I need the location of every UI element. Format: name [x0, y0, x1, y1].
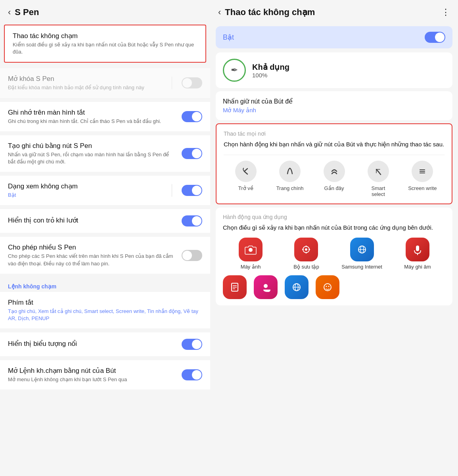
hold-button-section[interactable]: Nhấn giữ nút của Bút để Mở Máy ảnh: [216, 91, 452, 120]
pointer-text: Hiển thị con trỏ khi lướt: [8, 216, 177, 226]
right-header-title: Thao tác không chạm: [225, 7, 315, 17]
gesture-recent-label: Gần đây: [324, 185, 344, 191]
multi-pen-subtitle: Cho phép các S Pen khác viết trên màn hì…: [8, 253, 177, 267]
shortcuts-title: Phím tắt: [8, 298, 202, 307]
air-view-divider: [172, 184, 172, 197]
gesture-description: Chọn hành động khi bạn nhấn và giữ nút c…: [224, 140, 445, 149]
hold-label: Nhấn giữ nút của Bút để: [223, 98, 445, 105]
air-view-title: Dạng xem không chạm: [8, 182, 172, 190]
main-toggle-section[interactable]: Bật: [216, 26, 452, 48]
open-menu-item[interactable]: Mở Lệnh kh.chạm bằng nút của Bút Mở menu…: [0, 360, 210, 390]
unlock-title: Mở khóa S Pen: [8, 75, 172, 83]
right-more-button[interactable]: ⋮: [441, 7, 450, 17]
air-view-item[interactable]: Dạng xem không chạm Bật: [0, 176, 210, 205]
section-header-air-command: Lệnh không chạm: [0, 278, 210, 292]
create-note-text: Tạo ghi chú bằng nút S Pen Nhấn và giữ n…: [8, 142, 177, 165]
gesture-section: Thao tác mọi nơi Chọn hành động khi bạn …: [216, 123, 452, 204]
gallery-label: Bộ sưu tập: [293, 264, 319, 270]
air-actions-subtitle: Kiểm soát điều gì sẽ xảy ra khi bạn nhấn…: [13, 41, 197, 56]
right-panel: ‹ Thao tác không chạm ⋮ Bật ✒ Khả dụng 1…: [210, 0, 458, 476]
apps-row-2: [223, 275, 445, 299]
gesture-recent-icon: [324, 161, 345, 182]
recorder-label: Máy ghi âm: [404, 264, 431, 270]
pointer-toggle[interactable]: [182, 215, 202, 226]
main-toggle[interactable]: [425, 32, 445, 43]
show-icon-item[interactable]: Hiển thị biểu tượng nổi: [0, 332, 210, 356]
shortcuts-item[interactable]: Phím tắt Tạo ghi chú, Xem tắt cả ghi chú…: [0, 292, 210, 328]
gesture-home[interactable]: Trang chính: [268, 161, 312, 191]
pen-info: Khả dụng 100%: [252, 62, 289, 79]
screen-off-memo-toggle[interactable]: [182, 111, 202, 122]
left-header-title: S Pen: [15, 7, 39, 17]
app-browser2[interactable]: [285, 275, 309, 299]
pen-status-section: ✒ Khả dụng 100%: [216, 52, 452, 88]
gesture-screen-write[interactable]: Screen write: [401, 161, 445, 191]
app-gallery[interactable]: Bộ sưu tập: [278, 238, 334, 270]
multi-pen-item[interactable]: Cho phép nhiều S Pen Cho phép các S Pen …: [0, 237, 210, 273]
gesture-home-label: Trang chính: [276, 185, 304, 191]
unlock-divider: [172, 77, 172, 89]
gesture-smart-select[interactable]: Smartselect: [356, 161, 400, 197]
svg-point-19: [264, 284, 268, 288]
pen-icon-circle: ✒: [223, 59, 246, 82]
create-note-item[interactable]: Tạo ghi chú bằng nút S Pen Nhấn và giữ n…: [0, 135, 210, 172]
svg-point-5: [305, 248, 307, 251]
create-note-toggle[interactable]: [182, 148, 202, 159]
gesture-divider: [224, 155, 445, 155]
unlock-item: Mở khóa S Pen Đặt kiểu khóa màn hình bảo…: [0, 68, 210, 98]
app-face2[interactable]: [316, 275, 339, 299]
svg-point-24: [326, 286, 327, 287]
camera-icon: [239, 238, 263, 261]
multi-pen-toggle[interactable]: [182, 250, 202, 261]
create-note-subtitle: Nhấn và giữ nút S Pen, rồi chạm vào màn …: [8, 151, 177, 165]
show-icon-toggle[interactable]: [182, 339, 202, 350]
screen-off-memo-title: Ghi nhớ trên màn hình tắt: [8, 108, 177, 117]
app-bixby2[interactable]: [254, 275, 278, 299]
shortcuts-subtitle: Tạo ghi chú, Xem tắt cả ghi chú, Smart s…: [8, 308, 202, 322]
air-actions-item[interactable]: Thao tác không chạm Kiểm soát điều gì sẽ…: [4, 25, 206, 63]
pen-status-subtitle: 100%: [252, 72, 289, 79]
air-actions-title: Thao tác không chạm: [13, 32, 197, 40]
svg-point-3: [249, 248, 253, 252]
bixby2-icon: [254, 275, 278, 299]
air-view-toggle[interactable]: [182, 185, 202, 196]
apps-row-1: Máy ảnh Bộ sưu tập: [223, 238, 445, 270]
pointer-title: Hiển thị con trỏ khi lướt: [8, 216, 177, 225]
pen-icon: ✒: [231, 65, 238, 75]
svg-rect-13: [416, 246, 419, 251]
internet-icon: [350, 238, 374, 261]
notes2-icon: [223, 275, 247, 299]
unlock-subtitle: Đặt kiểu khóa màn hình bảo mật để sử dụn…: [8, 84, 172, 91]
air-actions-text: Thao tác không chạm Kiểm soát điều gì sẽ…: [13, 32, 197, 56]
pointer-item[interactable]: Hiển thị con trỏ khi lướt: [0, 209, 210, 233]
gesture-recent[interactable]: Gần đây: [312, 161, 356, 191]
action-section: Hành động qua ứng dụng Chọn điều gì sẽ x…: [216, 207, 452, 306]
action-description: Chọn điều gì sẽ xảy ra khi bạn nhấn nút …: [223, 223, 445, 232]
gesture-icons-row: Trở về Trang chính: [224, 161, 445, 197]
face2-icon: [316, 275, 339, 299]
app-internet[interactable]: Samsung Internet: [334, 238, 390, 270]
open-menu-subtitle: Mở menu Lệnh không chạm khi bạn lướt S P…: [8, 376, 177, 383]
screen-off-memo-subtitle: Ghi chú trong khi màn hình tắt. Chỉ cần …: [8, 118, 177, 125]
create-note-title: Tạo ghi chú bằng nút S Pen: [8, 142, 177, 150]
gesture-title: Thao tác mọi nơi: [224, 131, 445, 137]
browser2-icon: [285, 275, 309, 299]
gesture-home-icon: [279, 161, 301, 182]
app-camera[interactable]: Máy ảnh: [223, 238, 278, 270]
app-notes2[interactable]: [223, 275, 247, 299]
unlock-toggle[interactable]: [182, 77, 202, 88]
open-menu-title: Mở Lệnh kh.chạm bằng nút của Bút: [8, 367, 177, 375]
show-icon-text: Hiển thị biểu tượng nổi: [8, 340, 177, 349]
screen-off-memo-item[interactable]: Ghi nhớ trên màn hình tắt Ghi chú trong …: [0, 102, 210, 131]
action-title: Hành động qua ứng dụng: [223, 214, 445, 220]
app-recorder[interactable]: Máy ghi âm: [390, 238, 445, 270]
air-view-subtitle: Bật: [8, 192, 172, 199]
left-back-button[interactable]: ‹: [8, 7, 11, 17]
gesture-back[interactable]: Trở về: [224, 161, 268, 191]
right-back-button[interactable]: ‹: [218, 7, 221, 17]
open-menu-toggle[interactable]: [182, 369, 202, 380]
gesture-screen-write-label: Screen write: [408, 185, 437, 191]
shortcuts-text: Phím tắt Tạo ghi chú, Xem tắt cả ghi chú…: [8, 298, 202, 322]
unlock-text: Mở khóa S Pen Đặt kiểu khóa màn hình bảo…: [8, 75, 172, 91]
air-view-text: Dạng xem không chạm Bật: [8, 182, 172, 199]
